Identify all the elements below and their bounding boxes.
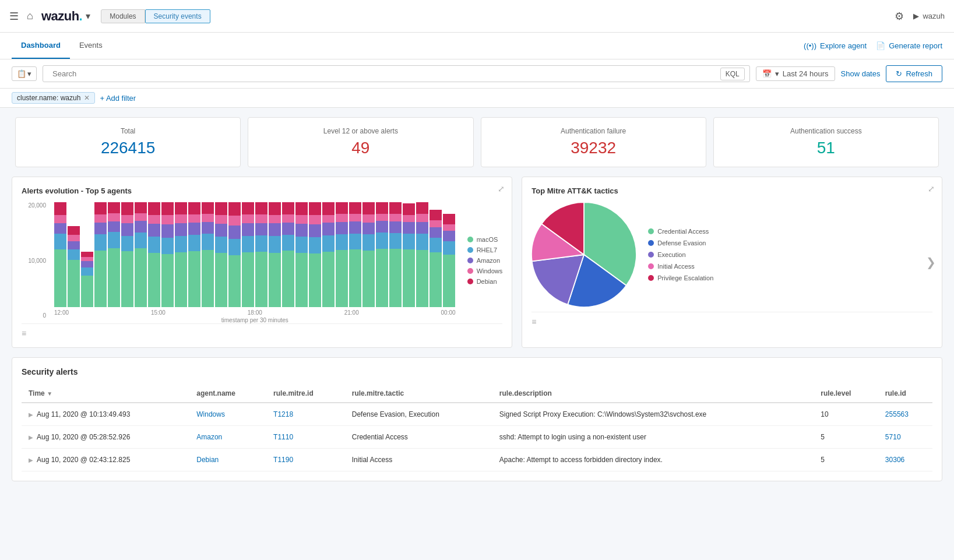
row-expand-icon[interactable]: ▶	[29, 434, 33, 441]
bar-segment	[121, 223, 133, 236]
agent-link[interactable]: Windows	[196, 410, 225, 418]
pie-chart-expand-icon[interactable]: ⤢	[928, 184, 935, 193]
bar-chart-card: ⤢ Alerts evolution - Top 5 agents 20,000…	[12, 177, 512, 348]
bar-segment	[430, 210, 442, 220]
user-info[interactable]: ▶ wazuh	[913, 12, 945, 20]
stat-auth-success-value: 51	[726, 139, 927, 157]
col-mitre-tactic[interactable]: rule.mitre.tactic	[345, 385, 492, 403]
bar-segment	[242, 252, 254, 307]
agent-link[interactable]: Amazon	[196, 433, 222, 441]
bar-segment	[389, 214, 402, 221]
mitre-id-link[interactable]: T1110	[273, 433, 293, 441]
pie-legend-dot	[648, 240, 654, 246]
rule-id-link[interactable]: 255563	[885, 410, 909, 418]
bar-segment	[309, 224, 321, 237]
x-label-3: 18:00	[248, 309, 262, 316]
explore-agent-button[interactable]: ((•)) Explore agent	[804, 41, 867, 50]
col-agent[interactable]: agent.name	[189, 385, 266, 403]
generate-report-button[interactable]: 📄 Generate report	[876, 41, 942, 50]
top-navigation: ☰ ⌂ wazuh. ▾ Modules Security events ⚙ ▶…	[0, 0, 954, 33]
cell-rule-id: 255563	[878, 403, 932, 426]
col-description[interactable]: rule.description	[492, 385, 814, 403]
bar-segment	[336, 222, 348, 234]
pie-legend-label: Credential Access	[657, 228, 709, 235]
active-filter-tag[interactable]: cluster.name: wazuh ✕	[12, 92, 95, 104]
cell-mitre-id: T1218	[266, 403, 345, 426]
col-level[interactable]: rule.level	[814, 385, 878, 403]
bar-segment	[269, 223, 281, 236]
mitre-id-link[interactable]: T1190	[273, 456, 293, 464]
tab-dashboard[interactable]: Dashboard	[12, 33, 70, 59]
show-dates-button[interactable]: Show dates	[841, 69, 881, 78]
hamburger-menu[interactable]: ☰	[9, 10, 19, 23]
bar-group	[416, 202, 428, 307]
pie-legend-dot	[648, 263, 654, 269]
pie-chart-list-icon[interactable]: ≡	[531, 317, 536, 326]
pie-legend-label: Execution	[657, 251, 685, 258]
bar-segment	[202, 214, 214, 222]
tab-events[interactable]: Events	[70, 33, 112, 59]
bar-segment	[81, 252, 93, 257]
pie-chart-next-icon[interactable]: ❯	[926, 255, 936, 269]
stat-total-value: 226415	[27, 139, 228, 157]
bar-segment	[443, 224, 455, 231]
bar-segment	[135, 221, 147, 233]
bar-segment	[255, 214, 267, 223]
bar-segment	[443, 214, 455, 224]
rule-id-link[interactable]: 5710	[885, 433, 901, 441]
bar-segment	[161, 202, 174, 215]
bar-segment	[416, 234, 428, 249]
bar-chart-list-icon[interactable]: ≡	[22, 329, 26, 338]
bar-segment	[336, 234, 348, 250]
sub-nav-right: ((•)) Explore agent 📄 Generate report	[804, 41, 942, 50]
bar-chart-x-title: timestamp per 30 minutes	[54, 317, 456, 323]
table-row[interactable]: ▶Aug 10, 2020 @ 02:43:12.825 Debian T119…	[22, 449, 932, 471]
kql-badge[interactable]: KQL	[720, 68, 745, 80]
date-selector[interactable]: 📅 ▾ Last 24 hours	[756, 66, 835, 81]
cell-agent: Windows	[189, 403, 266, 426]
bar-segment	[282, 214, 294, 223]
bar-segment	[443, 241, 455, 255]
bar-chart-expand-icon[interactable]: ⤢	[498, 184, 505, 193]
row-expand-icon[interactable]: ▶	[29, 411, 33, 418]
col-time[interactable]: Time ▼	[22, 385, 189, 403]
bar-segment	[336, 202, 348, 214]
nav-dropdown-icon[interactable]: ▾	[86, 10, 90, 22]
bar-segment	[54, 223, 66, 234]
bar-group	[255, 202, 267, 307]
home-icon[interactable]: ⌂	[27, 10, 33, 22]
filter-doc-icon: 📋	[17, 69, 26, 78]
col-mitre-id[interactable]: rule.mitre.id	[266, 385, 345, 403]
bar-group	[322, 202, 335, 307]
bar-segment	[175, 202, 187, 214]
bar-segment	[430, 220, 442, 228]
add-filter-button[interactable]: + Add filter	[100, 94, 136, 103]
row-expand-icon[interactable]: ▶	[29, 457, 33, 463]
table-row[interactable]: ▶Aug 10, 2020 @ 05:28:52.926 Amazon T111…	[22, 426, 932, 449]
refresh-button[interactable]: ↻ Refresh	[886, 65, 942, 82]
bar-segment	[242, 236, 254, 252]
breadcrumb-modules[interactable]: Modules	[101, 9, 145, 23]
bar-group	[175, 202, 187, 307]
cell-rule-id: 5710	[878, 426, 932, 449]
gear-icon[interactable]: ⚙	[895, 10, 904, 23]
rule-id-link[interactable]: 30306	[885, 456, 904, 464]
mitre-id-link[interactable]: T1218	[273, 410, 293, 418]
pie-chart-area: Credential AccessDefense EvasionExecutio…	[531, 202, 932, 307]
filter-options-button[interactable]: 📋 ▾	[12, 66, 37, 81]
filter-tag-remove-icon[interactable]: ✕	[84, 94, 90, 102]
bar-segment	[336, 250, 348, 307]
table-row[interactable]: ▶Aug 11, 2020 @ 10:13:49.493 Windows T12…	[22, 403, 932, 426]
agent-link[interactable]: Debian	[196, 456, 219, 464]
breadcrumb: Modules Security events	[101, 9, 210, 23]
calendar-icon: 📅	[762, 69, 772, 78]
bar-segment	[322, 235, 335, 252]
bar-group	[54, 202, 66, 307]
breadcrumb-security-events[interactable]: Security events	[145, 9, 210, 23]
legend-item: Debian	[467, 278, 503, 285]
legend-item: Amazon	[467, 257, 503, 264]
search-input[interactable]	[48, 67, 720, 80]
pie-chart-footer: ≡	[531, 312, 932, 326]
legend-label: Debian	[477, 278, 497, 285]
col-rule-id[interactable]: rule.id	[878, 385, 932, 403]
